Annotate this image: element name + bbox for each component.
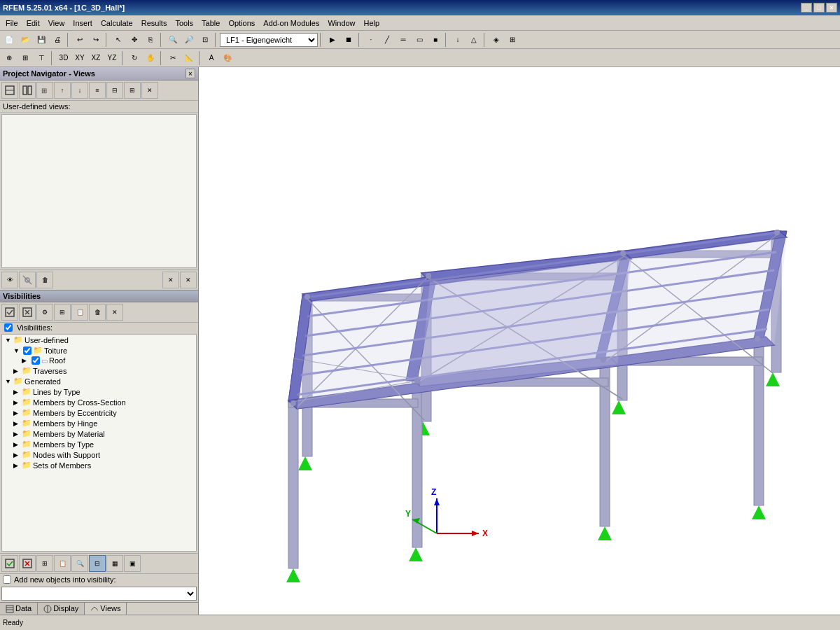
tb-node[interactable]: · — [363, 32, 379, 48]
tree-item-sets-of-members[interactable]: ▶ 📁 Sets of Members — [2, 460, 196, 470]
vis-tb-6[interactable]: 🗑 — [89, 304, 106, 321]
tb-run[interactable]: ▶ — [325, 32, 340, 48]
vt-btn-1[interactable] — [1, 82, 18, 99]
expand-members-by-type[interactable]: ▶ — [13, 441, 22, 448]
menu-options[interactable]: Options — [224, 18, 259, 29]
tree-item-members-by-type[interactable]: ▶ 📁 Members by Type — [2, 439, 196, 449]
tb-zoom-all[interactable]: ⊡ — [197, 32, 213, 48]
structure-view[interactable]: Z X Y — [199, 67, 840, 615]
tb-member[interactable]: ═ — [396, 32, 411, 48]
bt-btn-4[interactable]: 📋 — [54, 555, 71, 572]
tb-zoom-out[interactable]: 🔎 — [181, 32, 197, 48]
va-eye-off[interactable] — [19, 272, 36, 288]
expand-members-by-material[interactable]: ▶ — [13, 430, 22, 438]
expand-members-by-cross-section[interactable]: ▶ — [13, 399, 22, 406]
tb-render[interactable]: ◈ — [489, 32, 504, 48]
expand-roof[interactable]: ▶ — [22, 357, 30, 364]
vt-btn-6[interactable]: ≡ — [89, 82, 106, 99]
vis-tb-3[interactable]: ⚙ — [36, 304, 53, 321]
tb-undo[interactable]: ↩ — [72, 32, 88, 48]
tb-solid[interactable]: ■ — [428, 32, 443, 48]
tb2-viewyz[interactable]: YZ — [104, 50, 120, 66]
bt-btn-5[interactable]: 🔍 — [71, 555, 88, 572]
tb-surface[interactable]: ▭ — [412, 32, 427, 48]
tb2-label[interactable]: A — [204, 50, 219, 66]
expand-members-by-eccentricity[interactable]: ▶ — [13, 410, 22, 416]
tab-data[interactable]: Data — [0, 603, 38, 615]
bt-btn-7[interactable]: ▦ — [106, 555, 123, 572]
tb-zoom-in[interactable]: 🔍 — [165, 32, 181, 48]
tree-item-lines-by-type[interactable]: ▶ 📁 Lines by Type — [2, 386, 196, 397]
bt-btn-3[interactable]: ⊞ — [36, 555, 53, 572]
tree-item-nodes-with-support[interactable]: ▶ 📁 Nodes with Support — [2, 449, 196, 460]
vt-btn-7[interactable]: ⊟ — [106, 82, 123, 99]
tree[interactable]: ▼ 📁 User-defined ▼ 📁 Toiture ▶ ▭ Roof — [1, 334, 197, 552]
va-eye[interactable]: 👁 — [1, 272, 18, 288]
menu-results[interactable]: Results — [137, 18, 172, 29]
va-delete-all[interactable]: ✕ — [162, 272, 179, 288]
tb2-section[interactable]: ✂ — [165, 50, 181, 66]
checkbox-roof[interactable] — [31, 356, 40, 365]
expand-members-by-hinge[interactable]: ▶ — [13, 420, 22, 427]
menu-file[interactable]: File — [1, 18, 22, 29]
tb2-snap[interactable]: ⊕ — [1, 50, 17, 66]
menu-tools[interactable]: Tools — [171, 18, 197, 29]
tb-print[interactable]: 🖨 — [50, 32, 65, 48]
tb-redo[interactable]: ↪ — [88, 32, 104, 48]
tb2-rotate[interactable]: ↻ — [127, 50, 142, 66]
tree-item-generated[interactable]: ▼ 📁 Generated — [2, 376, 196, 386]
expand-sets-of-members[interactable]: ▶ — [13, 462, 22, 469]
tb2-grid[interactable]: ⊞ — [18, 50, 33, 66]
tb-save[interactable]: 💾 — [34, 32, 49, 48]
expand-traverses[interactable]: ▶ — [13, 368, 22, 374]
load-case-dropdown[interactable]: LF1 - Eigengewicht — [220, 33, 318, 47]
menu-window[interactable]: Window — [323, 18, 359, 29]
panel-close-button[interactable]: × — [186, 69, 195, 78]
tree-item-members-by-cross-section[interactable]: ▶ 📁 Members by Cross-Section — [2, 397, 196, 407]
vis-checkbox[interactable] — [4, 323, 13, 332]
menu-calculate[interactable]: Calculate — [97, 18, 137, 29]
expand-user-defined[interactable]: ▼ — [5, 337, 13, 344]
va-delete[interactable]: 🗑 — [36, 272, 53, 288]
va-close[interactable]: ✕ — [180, 272, 197, 288]
menu-view[interactable]: View — [44, 18, 69, 29]
tb2-viewxz[interactable]: XZ — [88, 50, 104, 66]
tree-item-members-by-eccentricity[interactable]: ▶ 📁 Members by Eccentricity — [2, 407, 196, 418]
tb-wire[interactable]: ⊞ — [505, 32, 520, 48]
tree-item-members-by-hinge[interactable]: ▶ 📁 Members by Hinge — [2, 418, 196, 428]
vt-btn-2[interactable] — [19, 82, 36, 99]
bt-btn-active[interactable]: ⊟ — [89, 555, 106, 572]
menu-table[interactable]: Table — [197, 18, 224, 29]
bt-btn-2[interactable] — [19, 555, 36, 572]
maximize-button[interactable]: □ — [813, 3, 825, 13]
vis-tb-4[interactable]: ⊞ — [54, 304, 71, 321]
tb2-viewxy[interactable]: XY — [72, 50, 88, 66]
tb2-color[interactable]: 🎨 — [220, 50, 235, 66]
tb2-pan[interactable]: ✋ — [143, 50, 158, 66]
add-new-checkbox[interactable] — [3, 575, 11, 584]
tb-move[interactable]: ✥ — [127, 32, 142, 48]
tree-item-members-by-material[interactable]: ▶ 📁 Members by Material — [2, 428, 196, 439]
menu-addon[interactable]: Add-on Modules — [259, 18, 323, 29]
expand-toiture[interactable]: ▼ — [13, 347, 22, 354]
tb-load[interactable]: ↓ — [450, 32, 465, 48]
tab-display[interactable]: Display — [38, 603, 85, 615]
tree-item-user-defined[interactable]: ▼ 📁 User-defined — [2, 335, 196, 345]
tb2-clip[interactable]: 📐 — [181, 50, 197, 66]
vis-tb-2[interactable] — [19, 304, 36, 321]
vt-btn-5[interactable]: ↓ — [71, 82, 88, 99]
tb-copy[interactable]: ⎘ — [143, 32, 158, 48]
tb2-view3d[interactable]: 3D — [56, 50, 71, 66]
tree-item-roof[interactable]: ▶ ▭ Roof — [2, 356, 196, 365]
vt-btn-3[interactable]: ⊞ — [36, 82, 53, 99]
expand-lines-by-type[interactable]: ▶ — [13, 388, 22, 396]
menu-insert[interactable]: Insert — [69, 18, 97, 29]
tree-item-traverses[interactable]: ▶ 📁 Traverses — [2, 365, 196, 376]
expand-nodes-with-support[interactable]: ▶ — [13, 451, 22, 458]
tb-line[interactable]: ╱ — [379, 32, 395, 48]
vt-btn-4[interactable]: ↑ — [54, 82, 71, 99]
minimize-button[interactable]: _ — [801, 3, 812, 13]
tree-item-toiture[interactable]: ▼ 📁 Toiture — [2, 345, 196, 356]
bt-btn-8[interactable]: ▣ — [124, 555, 141, 572]
expand-generated[interactable]: ▼ — [5, 378, 13, 385]
